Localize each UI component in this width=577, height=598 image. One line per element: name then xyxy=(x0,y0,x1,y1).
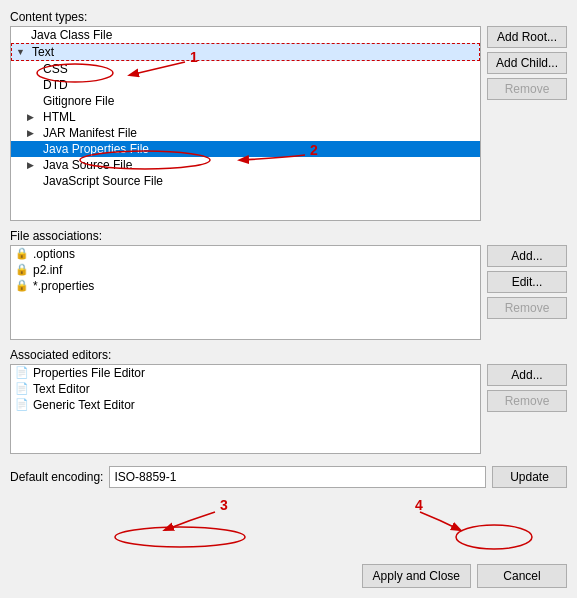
content-types-label: Content types: xyxy=(10,10,567,24)
item-label: Java Properties File xyxy=(43,142,149,156)
item-label: Text Editor xyxy=(33,382,90,396)
item-label: Text xyxy=(32,45,54,59)
list-item-dtd[interactable]: DTD xyxy=(11,77,480,93)
item-label: Java Class File xyxy=(31,28,112,42)
lock-icon: 🔒 xyxy=(15,247,29,261)
lock-icon: 🔒 xyxy=(15,279,29,293)
svg-point-7 xyxy=(456,525,532,549)
expand-icon: ▶ xyxy=(27,160,39,170)
default-encoding-row: Default encoding: Update xyxy=(10,466,567,488)
svg-text:3: 3 xyxy=(220,497,228,513)
expand-icon: ▶ xyxy=(27,128,39,138)
item-label: .options xyxy=(33,247,75,261)
file-assoc-add-button[interactable]: Add... xyxy=(487,245,567,267)
file-associations-list[interactable]: 🔒 .options 🔒 p2.inf 🔒 *.properties xyxy=(10,245,481,340)
item-label: HTML xyxy=(43,110,76,124)
editors-add-button[interactable]: Add... xyxy=(487,364,567,386)
file-assoc-remove-button[interactable]: Remove xyxy=(487,297,567,319)
item-label: Java Source File xyxy=(43,158,132,172)
list-item[interactable]: Java Class File xyxy=(11,27,480,43)
file-associations-label: File associations: xyxy=(10,229,567,243)
list-item-javascript-source[interactable]: JavaScript Source File xyxy=(11,173,480,189)
item-label: CSS xyxy=(43,62,68,76)
item-label: Generic Text Editor xyxy=(33,398,135,412)
add-root-button[interactable]: Add Root... xyxy=(487,26,567,48)
list-item-java-source[interactable]: ▶ Java Source File xyxy=(11,157,480,173)
lock-icon: 🔒 xyxy=(15,263,29,277)
expand-icon: ▼ xyxy=(16,47,28,57)
encoding-input[interactable] xyxy=(109,466,486,488)
editors-buttons: Add... Remove xyxy=(487,364,567,454)
list-item-text-editor[interactable]: 📄 Text Editor xyxy=(11,381,480,397)
list-item-properties[interactable]: 🔒 *.properties xyxy=(11,278,480,294)
editors-remove-button[interactable]: Remove xyxy=(487,390,567,412)
add-child-button[interactable]: Add Child... xyxy=(487,52,567,74)
item-label: DTD xyxy=(43,78,68,92)
item-label: p2.inf xyxy=(33,263,62,277)
item-label: Gitignore File xyxy=(43,94,114,108)
cancel-button[interactable]: Cancel xyxy=(477,564,567,588)
file-assoc-buttons: Add... Edit... Remove xyxy=(487,245,567,340)
list-item-css[interactable]: CSS xyxy=(11,61,480,77)
list-item-options[interactable]: 🔒 .options xyxy=(11,246,480,262)
doc-icon: 📄 xyxy=(15,366,29,380)
remove-button[interactable]: Remove xyxy=(487,78,567,100)
doc-icon: 📄 xyxy=(15,382,29,396)
update-button[interactable]: Update xyxy=(492,466,567,488)
item-label: JAR Manifest File xyxy=(43,126,137,140)
list-item-gitignore[interactable]: Gitignore File xyxy=(11,93,480,109)
bottom-buttons: Apply and Close Cancel xyxy=(10,560,567,588)
item-label: Properties File Editor xyxy=(33,366,145,380)
apply-close-button[interactable]: Apply and Close xyxy=(362,564,471,588)
content-types-list[interactable]: Java Class File ▼ Text CSS DTD xyxy=(10,26,481,221)
doc-icon: 📄 xyxy=(15,398,29,412)
svg-point-5 xyxy=(115,527,245,547)
default-encoding-label: Default encoding: xyxy=(10,470,103,484)
list-item-html[interactable]: ▶ HTML xyxy=(11,109,480,125)
list-item-p2inf[interactable]: 🔒 p2.inf xyxy=(11,262,480,278)
list-item-text[interactable]: ▼ Text xyxy=(11,43,480,61)
content-types-buttons: Add Root... Add Child... Remove xyxy=(487,26,567,221)
item-label: JavaScript Source File xyxy=(43,174,163,188)
list-item-jar[interactable]: ▶ JAR Manifest File xyxy=(11,125,480,141)
file-assoc-edit-button[interactable]: Edit... xyxy=(487,271,567,293)
list-item-generic-editor[interactable]: 📄 Generic Text Editor xyxy=(11,397,480,413)
list-item-properties-editor[interactable]: 📄 Properties File Editor xyxy=(11,365,480,381)
expand-icon: ▶ xyxy=(27,112,39,122)
item-label: *.properties xyxy=(33,279,94,293)
editors-list[interactable]: 📄 Properties File Editor 📄 Text Editor 📄… xyxy=(10,364,481,454)
associated-editors-label: Associated editors: xyxy=(10,348,567,362)
svg-text:4: 4 xyxy=(415,497,423,513)
list-item-java-properties[interactable]: Java Properties File xyxy=(11,141,480,157)
